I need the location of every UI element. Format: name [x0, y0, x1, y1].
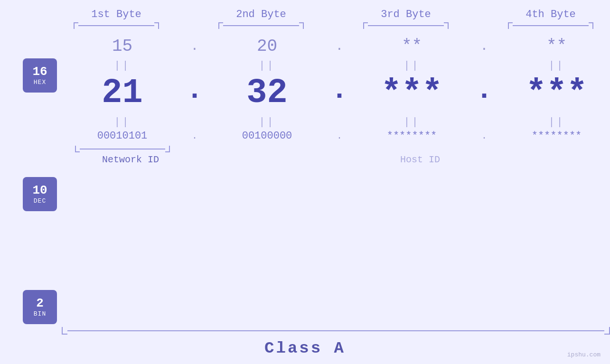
equals-1-b3: ||: [347, 60, 477, 72]
hex-b1-value: 15: [112, 37, 132, 56]
hex-b2-cell: 20: [202, 37, 332, 56]
equals-row-1: || || || ||: [57, 58, 610, 74]
rows-with-badges: 16 HEX 10 DEC 2 BIN 15 .: [0, 29, 610, 324]
dec-b3-value: ***: [381, 74, 443, 112]
bin-b1-cell: 00010101: [57, 130, 188, 142]
dec-badge-num: 10: [32, 184, 47, 197]
dec-dot3: .: [477, 74, 491, 112]
bottom-bracket-b2: [202, 146, 332, 152]
bin-b4-cell: ********: [491, 130, 610, 142]
hex-b3-cell: **: [347, 37, 477, 56]
main-container: 1st Byte 2nd Byte 3rd Byte 4th Byte: [0, 0, 610, 364]
bin-b4-value: ********: [532, 130, 582, 142]
id-labels-row: Network ID Host ID: [57, 154, 610, 165]
equals-2-b3: ||: [347, 116, 477, 128]
bin-badge-num: 2: [36, 297, 44, 310]
data-col: 15 . 20 . ** . ** || ||: [57, 29, 610, 324]
byte1-header: 1st Byte: [51, 9, 182, 20]
equals-1-b1: ||: [57, 60, 188, 72]
bottom-bracket-host: [347, 146, 610, 152]
dec-b2-cell: 32: [202, 74, 332, 112]
hex-b4-cell: **: [491, 37, 610, 56]
network-id-label: Network ID: [57, 154, 204, 165]
dec-b1-value: 21: [102, 74, 142, 112]
bin-b3-value: ********: [387, 130, 437, 142]
bin-b2-cell: 00100000: [202, 130, 332, 142]
class-label: Class A: [264, 339, 346, 357]
hex-badge-label: HEX: [34, 79, 46, 86]
bin-badge: 2 BIN: [23, 290, 57, 324]
dec-dot2: .: [332, 74, 347, 112]
equals-1-b2: ||: [202, 60, 332, 72]
hex-dot3: .: [477, 39, 491, 54]
hex-badge: 16 HEX: [23, 58, 57, 93]
bottom-bracket-b1: [57, 146, 188, 152]
top-brackets: [28, 22, 610, 29]
badges-wrapper: 16 HEX 10 DEC 2 BIN: [0, 29, 57, 324]
equals-2-b4: ||: [491, 116, 610, 128]
bin-dot2: .: [332, 131, 347, 141]
bracket-byte1: [51, 22, 182, 29]
bin-dot3: .: [477, 131, 491, 141]
bin-badge-label: BIN: [34, 310, 46, 317]
dec-b1-cell: 21: [57, 74, 188, 112]
dec-b4-value: ***: [526, 74, 588, 112]
big-bracket-line: [62, 327, 610, 335]
host-id-label: Host ID: [218, 154, 610, 165]
byte-headers: 1st Byte 2nd Byte 3rd Byte 4th Byte: [28, 0, 610, 20]
hex-b1-cell: 15: [57, 37, 188, 56]
dec-b2-value: 32: [246, 74, 287, 112]
dec-row: 21 . 32 . *** . ***: [57, 74, 610, 112]
byte3-header: 3rd Byte: [341, 9, 471, 20]
bracket-byte2: [196, 22, 327, 29]
hex-b2-value: 20: [257, 37, 277, 56]
bracket-byte3: [341, 22, 471, 29]
equals-row-2: || || || ||: [57, 114, 610, 130]
bin-b2-value: 00100000: [242, 130, 292, 142]
hex-b3-value: **: [402, 37, 422, 56]
hex-row: 15 . 20 . ** . **: [57, 37, 610, 56]
dec-dot1: .: [188, 74, 202, 112]
bin-b1-value: 00010101: [97, 130, 148, 142]
hex-dot2: .: [332, 39, 347, 54]
bin-row: 00010101 . 00100000 . ******** . *******…: [57, 130, 610, 142]
hex-badge-num: 16: [32, 65, 47, 79]
dec-b3-cell: ***: [347, 74, 477, 112]
equals-2-b1: ||: [57, 116, 188, 128]
hex-b4-value: **: [546, 37, 567, 56]
bottom-brackets-row: [57, 146, 610, 152]
dec-b4-cell: ***: [491, 74, 610, 112]
hex-dot1: .: [188, 39, 202, 54]
bin-b3-cell: ********: [347, 130, 477, 142]
equals-2-b2: ||: [202, 116, 332, 128]
byte4-header: 4th Byte: [486, 9, 610, 20]
byte2-header: 2nd Byte: [196, 9, 327, 20]
equals-1-b4: ||: [491, 60, 610, 72]
dec-badge: 10 DEC: [23, 177, 57, 211]
bin-dot1: .: [188, 131, 202, 141]
class-row: Class A: [0, 339, 610, 357]
dec-badge-label: DEC: [34, 197, 46, 205]
big-bracket-wrapper: [0, 327, 610, 335]
watermark: ipshu.com: [567, 351, 601, 358]
bracket-byte4: [486, 22, 610, 29]
